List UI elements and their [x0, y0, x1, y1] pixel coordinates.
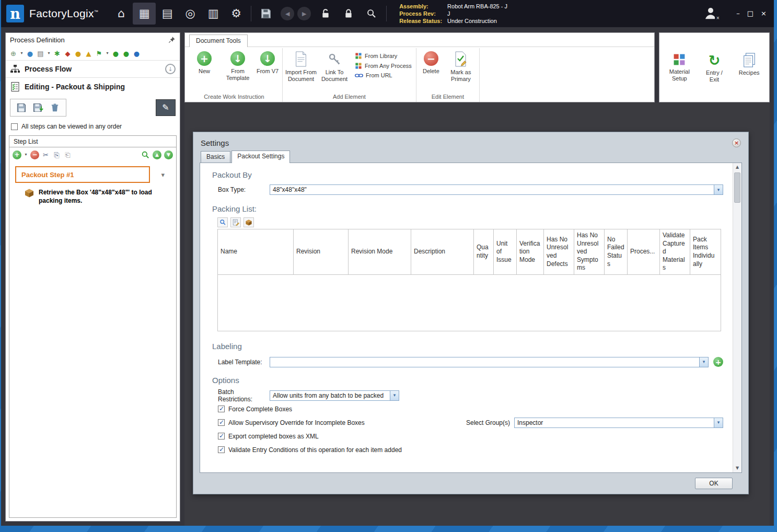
forward-icon[interactable]: ▶	[297, 7, 311, 20]
export-box-icon[interactable]	[243, 217, 254, 227]
export-xml-checkbox[interactable]	[218, 433, 225, 440]
validate-entry-checkbox[interactable]	[218, 446, 225, 453]
process-definition-icon[interactable]: ▦	[133, 3, 156, 25]
tab-packout-settings[interactable]: Packout Settings	[231, 151, 290, 163]
add-label-template-button[interactable]: +	[713, 357, 723, 367]
dialog-close-icon[interactable]: ×	[732, 138, 741, 147]
remove-step-icon[interactable]: −	[30, 151, 39, 159]
material-setup-button[interactable]: Material Setup	[666, 51, 693, 82]
box-type-dropdown[interactable]: 48"x48"x48" ▾	[270, 184, 723, 195]
step-description-row[interactable]: Retrieve the Box '48"x48"x48"' to load p…	[24, 188, 171, 205]
record-icon[interactable]: ●	[132, 49, 141, 58]
column-header[interactable]: No Failed Status	[605, 229, 628, 275]
add-step-caret-icon[interactable]: ▾	[24, 151, 28, 159]
search-tool-icon[interactable]	[360, 3, 383, 25]
minimize-button[interactable]: –	[736, 10, 740, 17]
from-library-button[interactable]: From Library	[355, 52, 412, 60]
close-button[interactable]: ×	[761, 10, 767, 17]
from-v7-button[interactable]: ↓ From V7	[255, 49, 280, 75]
wizard-icon[interactable]: ▲	[84, 49, 93, 58]
entry-exit-button[interactable]: ↻ Entry / Exit	[701, 51, 728, 83]
pin-icon[interactable]	[168, 36, 176, 43]
publish-icon[interactable]: ⚑	[95, 49, 103, 58]
from-any-process-button[interactable]: From Any Process	[355, 62, 412, 70]
move-step-up-icon[interactable]: ▲	[153, 151, 161, 159]
dropdown-arrow-icon[interactable]: ▾	[390, 391, 399, 400]
collapse-section-icon[interactable]: ↓	[165, 64, 176, 74]
column-header[interactable]: Quantity	[474, 229, 494, 275]
force-complete-boxes-checkbox[interactable]	[218, 406, 225, 412]
edit-list-icon[interactable]	[230, 217, 241, 227]
tab-basics[interactable]: Basics	[201, 151, 230, 163]
lock-icon[interactable]	[337, 3, 360, 25]
find-part-icon[interactable]	[217, 217, 228, 227]
start-icon[interactable]: ●	[111, 49, 120, 58]
move-step-down-icon[interactable]: ▼	[164, 151, 173, 159]
link-to-document-button[interactable]: Link To Document	[318, 49, 351, 83]
label-template-dropdown[interactable]: ▾	[270, 357, 709, 367]
process-flow-row[interactable]: Process Flow ↓	[6, 60, 180, 77]
column-header[interactable]: Pack Items Individually	[690, 229, 721, 275]
print-caret-icon[interactable]: ▾	[47, 49, 51, 58]
column-header[interactable]: Has No Unresolved Defects	[544, 229, 574, 275]
from-url-button[interactable]: From URL	[355, 72, 412, 78]
step-chevron-icon[interactable]: ▾	[161, 171, 165, 178]
column-header[interactable]: Revision Mode	[349, 229, 411, 275]
copy-icon[interactable]: ⎘	[52, 151, 61, 159]
stop-icon[interactable]: ●	[122, 49, 131, 58]
from-template-button[interactable]: ↓ From Template	[222, 49, 254, 82]
globe-icon[interactable]: ●	[26, 49, 34, 58]
select-group-dropdown[interactable]: Inspector ▾	[514, 418, 723, 428]
settings-gear-icon[interactable]: ⚙	[225, 3, 248, 25]
paste-icon[interactable]: ⎗	[63, 151, 72, 159]
user-account-icon[interactable]: ×	[703, 5, 718, 21]
step-item-packout-step-1[interactable]: Packout Step #1	[15, 166, 150, 183]
column-header[interactable]: Has No Unresolved Symptoms	[574, 229, 605, 275]
scrollbar-thumb[interactable]	[734, 172, 740, 203]
unlock-icon[interactable]	[314, 3, 337, 25]
cut-icon[interactable]: ✂	[41, 151, 50, 159]
save-step-icon[interactable]	[15, 101, 28, 114]
tab-document-tools[interactable]: Document Tools	[189, 34, 248, 47]
dropdown-arrow-icon[interactable]: ▾	[699, 357, 708, 367]
documents-icon[interactable]: ▤	[156, 3, 179, 25]
add-icon[interactable]: ⊕	[9, 49, 18, 58]
maximize-button[interactable]: □	[747, 10, 753, 17]
column-header[interactable]: Name	[218, 229, 294, 275]
scroll-down-icon[interactable]: ▼	[733, 464, 741, 472]
column-header[interactable]: Validate Captured Materials	[660, 229, 690, 275]
user-icon[interactable]: ●	[74, 49, 83, 58]
packing-list-empty-body[interactable]	[217, 275, 721, 331]
publish-caret-icon[interactable]: ▾	[105, 49, 110, 58]
column-header[interactable]: Description	[411, 229, 474, 275]
import-step-icon[interactable]	[31, 101, 45, 114]
column-header[interactable]: Revision	[294, 229, 349, 275]
news-icon[interactable]: ▥	[202, 3, 225, 25]
new-button[interactable]: + New	[188, 49, 221, 75]
delete-step-icon[interactable]	[48, 101, 62, 114]
users-icon[interactable]: ◆	[63, 49, 72, 58]
dialog-scrollbar[interactable]: ▲ ▼	[733, 163, 741, 472]
navigator-icon[interactable]: ◎	[179, 3, 202, 25]
ok-button[interactable]: OK	[695, 478, 733, 489]
column-header[interactable]: Unit of Issue	[494, 229, 517, 275]
save-icon[interactable]	[254, 3, 277, 25]
column-header[interactable]: Verification Mode	[517, 229, 544, 275]
batch-restrictions-dropdown[interactable]: Allow units from any batch to be packed …	[270, 390, 399, 401]
add-step-icon[interactable]: +	[13, 151, 21, 159]
import-from-document-button[interactable]: Import From Document	[285, 49, 317, 83]
add-caret-icon[interactable]: ▾	[19, 49, 24, 58]
supervisory-override-checkbox[interactable]	[218, 419, 225, 426]
test-icon[interactable]: ✱	[53, 49, 62, 58]
delete-element-button[interactable]: − Delete	[419, 49, 444, 75]
print-icon[interactable]: ▤	[36, 49, 45, 58]
back-icon[interactable]: ◀	[281, 7, 294, 20]
dropdown-arrow-icon[interactable]: ▾	[714, 185, 723, 194]
recipes-button[interactable]: Recipes	[735, 51, 763, 76]
view-order-checkbox[interactable]	[11, 123, 18, 130]
edit-work-instruction-button[interactable]: ✎	[156, 99, 176, 116]
dropdown-arrow-icon[interactable]: ▾	[714, 418, 723, 427]
scroll-up-icon[interactable]: ▲	[733, 163, 741, 171]
home-icon[interactable]: ⌂	[110, 3, 133, 25]
column-header[interactable]: Proces...	[628, 229, 660, 275]
